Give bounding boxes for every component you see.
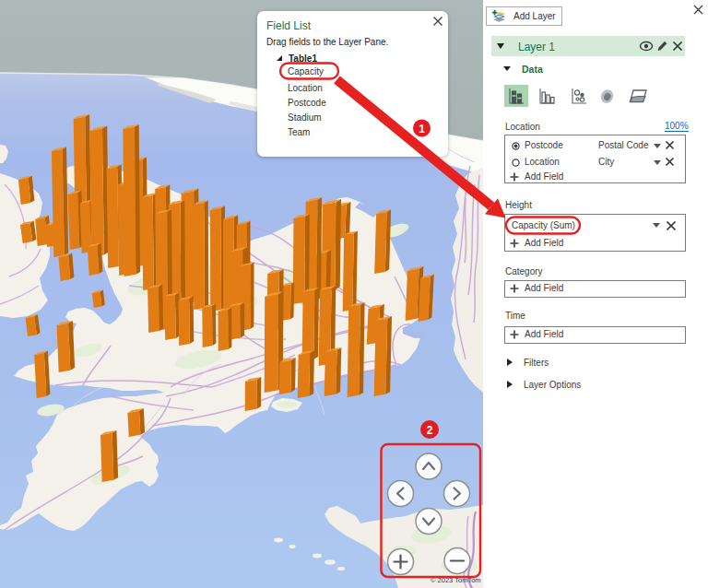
svg-text:© 2023 TomTom: © 2023 TomTom (431, 576, 481, 584)
